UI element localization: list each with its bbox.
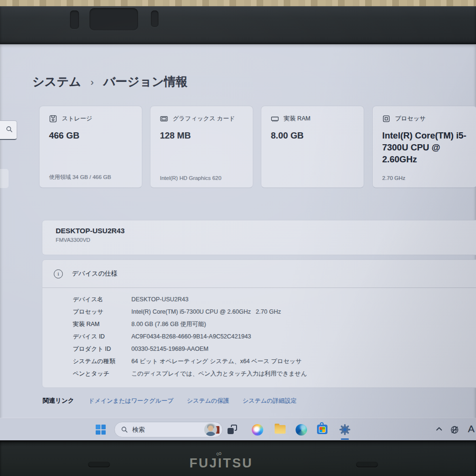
related-links-label: 関連リンク [43, 397, 74, 405]
taskbar: 検索 [0, 418, 476, 440]
device-specs-panel: i デバイスの仕様 デバイス名 DESKTOP-USU2R43 プロセッサ In… [42, 259, 476, 388]
spec-row-pen-touch: ペンとタッチ このディスプレイでは、ペン入力とタッチ入力は利用できません [73, 367, 475, 380]
storage-icon [49, 115, 57, 123]
start-button[interactable] [96, 425, 106, 435]
spec-row-ram: 実装 RAM 8.00 GB (7.86 GB 使用可能) [73, 318, 475, 330]
spec-row-device-id: デバイス ID AC9F0434-B268-4660-9B14-A9C52C42… [73, 330, 475, 343]
ram-icon [271, 115, 279, 123]
breadcrumb-system[interactable]: システム [32, 74, 81, 89]
device-name-panel: DESKTOP-USU2R43 FMVA3300VD [42, 220, 476, 255]
storage-card: ストレージ 466 GB 使用領域 34 GB / 466 GB [39, 106, 142, 188]
link-domain-workgroup[interactable]: ドメインまたはワークグループ [89, 397, 174, 405]
spec-row-device-name: デバイス名 DESKTOP-USU2R43 [73, 293, 475, 306]
copilot-icon[interactable] [252, 424, 263, 436]
card-footer: 2.70 GHz [382, 175, 406, 181]
bezel-bumper [356, 462, 378, 467]
graphics-card: グラフィックス カード 128 MB Intel(R) HD Graphics … [150, 106, 253, 188]
search-icon [6, 126, 13, 133]
gpu-icon [160, 115, 168, 123]
device-specs-expander[interactable]: i デバイスの仕様 [42, 260, 476, 288]
fujitsu-logo: ∞ FUJITSU [189, 456, 253, 471]
link-system-protection[interactable]: システムの保護 [187, 397, 229, 405]
settings-gear-icon[interactable] [339, 424, 351, 436]
search-placeholder: 検索 [132, 426, 204, 434]
ram-card: 実装 RAM 8.00 GB [261, 106, 364, 188]
laptop-top-bezel [0, 6, 476, 44]
device-model: FMVA3300VD [56, 237, 471, 243]
card-value: 8.00 GB [271, 130, 354, 142]
webcam-sensor-cutout [70, 10, 79, 29]
desk-background [0, 0, 476, 6]
device-specs-title: デバイスの仕様 [72, 269, 118, 278]
search-icon [121, 426, 128, 433]
card-label: プロセッサ [395, 115, 426, 123]
edge-browser-icon[interactable] [296, 424, 307, 436]
card-value: Intel(R) Core(TM) i5-7300U CPU @ 2.60GHz [382, 130, 467, 166]
laptop-photo: システム › バージョン情報 ストレージ 466 GB 使用領域 34 GB /… [0, 0, 476, 476]
processor-card: プロセッサ Intel(R) Core(TM) i5-7300U CPU @ 2… [372, 106, 476, 188]
settings-search-input[interactable] [0, 120, 17, 140]
taskbar-search-box[interactable]: 検索 [114, 422, 223, 437]
card-label: グラフィックス カード [173, 115, 235, 123]
device-name: DESKTOP-USU2R43 [56, 227, 471, 235]
microsoft-store-icon[interactable] [317, 425, 327, 434]
bezel-bumper [88, 462, 110, 467]
card-label: 実装 RAM [284, 115, 310, 123]
laptop-bottom-bezel: ∞ FUJITSU [0, 440, 476, 476]
card-footer: 使用領域 34 GB / 466 GB [49, 174, 111, 181]
webcam-module-cutout [89, 8, 138, 30]
page-title: バージョン情報 [103, 74, 188, 89]
laptop-screen: システム › バージョン情報 ストレージ 466 GB 使用領域 34 GB /… [0, 44, 476, 440]
search-highlight-avatar[interactable] [204, 423, 217, 436]
cpu-icon [382, 115, 390, 123]
card-label: ストレージ [62, 115, 92, 123]
related-links: 関連リンク ドメインまたはワークグループ システムの保護 システムの詳細設定 [43, 397, 310, 405]
breadcrumb-chevron-icon: › [90, 76, 94, 88]
spec-row-product-id: プロダクト ID 00330-52145-19689-AAOEM [73, 343, 475, 355]
task-view-icon[interactable] [228, 425, 237, 434]
spec-row-processor: プロセッサ Intel(R) Core(TM) i5-7300U CPU @ 2… [73, 306, 475, 318]
spec-row-system-type: システムの種類 64 ビット オペレーティング システム、x64 ベース プロセ… [73, 355, 475, 367]
file-explorer-icon[interactable] [275, 425, 286, 434]
microphone-cutout [151, 10, 159, 27]
network-no-internet-icon[interactable] [450, 425, 459, 435]
card-value: 466 GB [49, 130, 132, 142]
link-advanced-system-settings[interactable]: システムの詳細設定 [242, 397, 297, 405]
info-icon: i [54, 269, 63, 278]
card-footer: Intel(R) HD Graphics 620 [160, 175, 221, 181]
divider [42, 288, 476, 288]
breadcrumb: システム › バージョン情報 [32, 74, 188, 89]
tray-chevron-up-icon[interactable] [436, 426, 442, 431]
card-value: 128 MB [160, 130, 243, 142]
active-app-indicator [341, 438, 349, 440]
nav-item-partial [0, 169, 9, 188]
ime-indicator[interactable]: A [468, 423, 475, 435]
